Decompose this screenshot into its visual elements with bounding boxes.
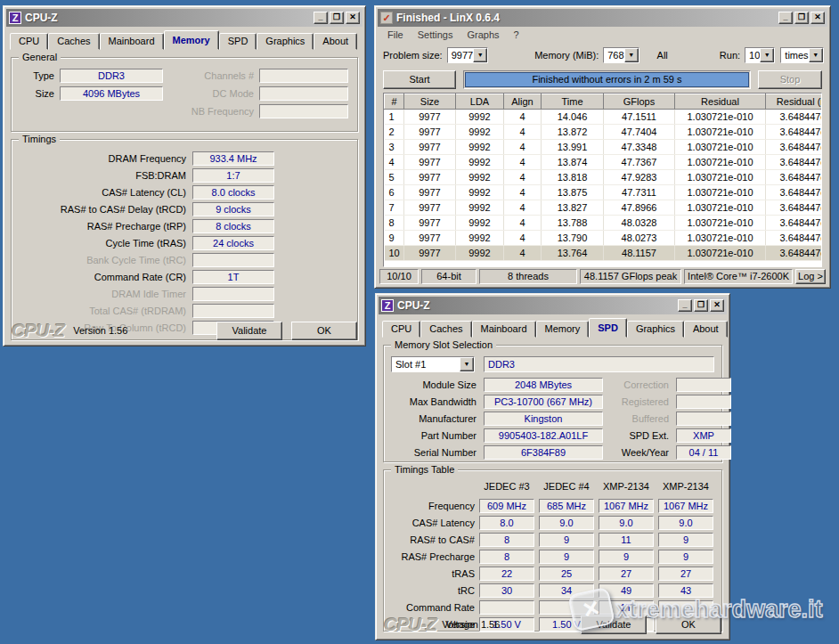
result-row[interactable]: 4 9977 9992 4 13.874 47.7367 1.030721e-0… [385,155,823,170]
cell-gflops: 47.7311 [604,185,675,200]
minimize-button[interactable]: _ [314,12,328,24]
linx-window: ✓ Finished - LinX 0.6.4 _ ❐ ✕ FileSettin… [374,5,831,289]
result-row[interactable]: 3 9977 9992 4 13.991 47.3348 1.030721e-0… [385,140,823,155]
cell-size: 9977 [404,216,456,231]
tab[interactable]: Caches [420,321,471,338]
cell-lda: 9992 [456,200,504,216]
validate-button[interactable]: Validate [216,322,282,340]
menu-item[interactable]: Settings [411,29,460,43]
cell-residual-norm: 3.648447e-002 [766,170,823,185]
start-button[interactable]: Start [383,70,456,89]
column-header[interactable]: Residual [675,94,766,110]
tab[interactable]: Memory [164,30,219,50]
column-header[interactable]: Size [404,94,456,110]
result-row[interactable]: 2 9977 9992 4 13.872 47.7404 1.030721e-0… [385,125,823,140]
tab[interactable]: About [684,321,728,338]
tab[interactable]: SPD [589,318,627,338]
maximize-button[interactable]: ❐ [694,299,708,312]
channels-label: Channels # [168,70,254,81]
timing-value-xmp2: 1067 MHz [658,499,713,513]
progress-bar: Finished without errors in 2 m 59 s [463,70,751,89]
spd-left-label: Max Bandwidth [391,396,477,407]
dropdown-arrow-icon[interactable]: ▼ [460,357,474,371]
maximize-button[interactable]: ❐ [330,12,344,24]
cell-time: 13.788 [542,216,604,231]
cell-run-number: 8 [385,216,404,231]
dropdown-arrow-icon[interactable]: ▼ [760,48,774,62]
tab[interactable]: Mainboard [100,33,164,50]
timing-value-xmp1: 9.0 [599,516,654,530]
title-bar[interactable]: Z CPU-Z _ ❐ ✕ [6,9,362,27]
column-header[interactable]: Time [542,94,604,110]
cell-size: 9977 [404,246,456,261]
timing-value-xmp2: 9 [658,550,713,564]
run-combo[interactable]: 10 ▼ [745,47,775,63]
cell-run-number: 5 [385,170,404,185]
memory-combo[interactable]: 768 ▼ [603,47,639,63]
close-button[interactable]: ✕ [810,12,825,24]
menu-item[interactable]: File [381,29,410,43]
tab[interactable]: Memory [536,321,590,338]
problem-size-combo[interactable]: 9977 ▼ [447,47,488,63]
result-row[interactable]: 9 9977 9992 4 13.790 48.0273 1.030721e-0… [385,231,823,246]
dropdown-arrow-icon[interactable]: ▼ [809,48,823,62]
ok-button[interactable]: OK [656,615,721,634]
cell-gflops: 48.0328 [604,216,675,231]
tab[interactable]: Graphics [627,321,684,338]
general-group: General Type DDR3 Channels # Size 4096 M… [11,57,358,132]
minimize-button[interactable]: _ [778,12,793,24]
times-value: times [781,48,808,62]
column-header[interactable]: Align [504,94,542,110]
timing-row-label: CAS# Latency [389,518,475,528]
timing-value-xmp1: 1067 MHz [599,499,654,513]
type-label: Type [17,70,54,81]
tab[interactable]: Mainboard [472,321,536,338]
column-header[interactable]: Residual (norm.) [766,94,823,110]
dropdown-arrow-icon[interactable]: ▼ [473,48,487,62]
tab[interactable]: CPU [382,321,420,338]
tab[interactable]: Caches [48,33,99,50]
menu-item[interactable]: ? [508,29,525,43]
cell-residual-norm: 3.648447e-002 [766,110,823,125]
timing-field [192,287,274,301]
cell-time: 13.827 [542,200,604,216]
result-row[interactable]: 8 9977 9992 4 13.788 48.0328 1.030721e-0… [385,216,823,231]
timing-row-label: tRAS [389,568,475,579]
title-bar[interactable]: Z CPU-Z _ ❐ ✕ [379,297,727,314]
maximize-button[interactable]: ❐ [794,12,809,24]
result-row[interactable]: 6 9977 9992 4 13.875 47.7311 1.030721e-0… [385,185,823,200]
version-label: Version 1.56 [445,619,572,630]
cell-size: 9977 [404,200,456,216]
result-row[interactable]: 7 9977 9992 4 13.827 47.8966 1.030721e-0… [385,200,823,216]
menu-item[interactable]: Graphs [460,29,505,43]
cell-residual: 1.030721e-010 [675,216,766,231]
slot-combo[interactable]: Slot #1 ▼ [391,356,475,372]
timing-column-jedec3: JEDEC #3 [479,481,534,492]
cell-residual-norm: 3.648447e-002 [766,200,823,216]
tab[interactable]: Graphics [257,33,314,50]
tab[interactable]: SPD [219,33,257,50]
title-bar[interactable]: ✓ Finished - LinX 0.6.4 _ ❐ ✕ [378,9,827,27]
close-button[interactable]: ✕ [346,12,360,24]
result-row[interactable]: 5 9977 9992 4 13.818 47.9283 1.030721e-0… [385,170,823,185]
log-button[interactable]: Log > [795,269,826,284]
close-button[interactable]: ✕ [710,299,724,312]
result-row[interactable]: 1 9977 9992 4 14.046 47.1511 1.030721e-0… [385,110,823,125]
ok-button[interactable]: OK [291,322,357,340]
timing-label: Total CAS# (tRDRAM) [17,306,186,316]
result-row[interactable]: 10 9977 9992 4 13.764 48.1157 1.030721e-… [385,246,823,261]
dropdown-arrow-icon[interactable]: ▼ [624,48,639,62]
times-combo[interactable]: times ▼ [780,47,823,63]
spd-right-label: SPD Ext. [610,430,669,441]
tab[interactable]: About [314,33,357,50]
column-header[interactable]: LDA [456,94,504,110]
column-header[interactable]: # [385,94,404,110]
spd-right-field: 04 / 11 [676,445,731,460]
tab[interactable]: CPU [10,33,48,50]
validate-button[interactable]: Validate [581,615,647,634]
column-header[interactable]: GFlops [604,94,675,110]
cell-residual: 1.030721e-010 [675,200,766,216]
problem-size-value: 9977 [448,48,473,62]
cell-size: 9977 [404,140,456,155]
minimize-button[interactable]: _ [678,299,692,312]
